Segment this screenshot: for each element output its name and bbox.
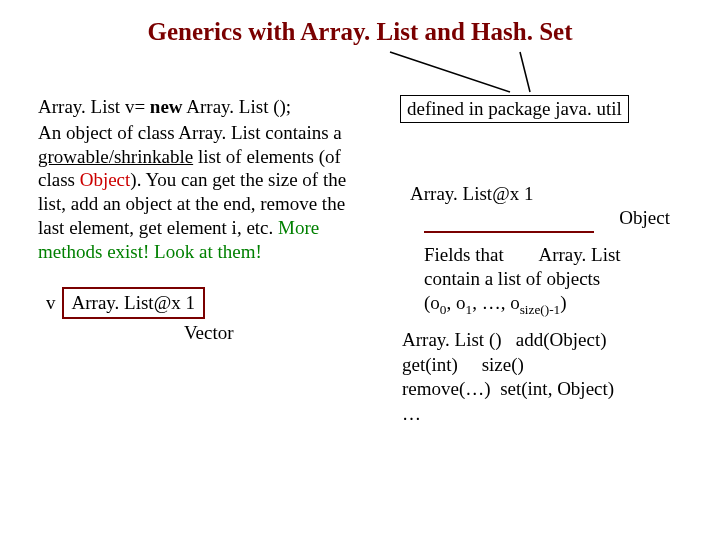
fields-a: Fields that bbox=[424, 244, 504, 265]
method-set: set(int, Object) bbox=[500, 378, 614, 399]
desc-object: Object bbox=[80, 169, 131, 190]
methods-list: Array. List () add(Object) get(int) size… bbox=[402, 328, 692, 427]
method-ctor: Array. List () bbox=[402, 329, 502, 350]
object-superclass: Object bbox=[400, 207, 670, 229]
object-header: Array. List@x 1 bbox=[410, 183, 700, 205]
seq-c1: , o bbox=[446, 292, 465, 313]
method-remove: remove(…) bbox=[402, 378, 491, 399]
pointer-arrows bbox=[380, 42, 640, 102]
code-keyword-new: new bbox=[150, 96, 183, 117]
code-declaration: Array. List v= new Array. List (); bbox=[38, 95, 348, 119]
description-paragraph: An object of class Array. List contains … bbox=[38, 121, 348, 264]
desc-a: An object of class Array. List contains … bbox=[38, 122, 342, 143]
variable-name: v bbox=[46, 291, 56, 315]
vector-label: Vector bbox=[184, 321, 348, 345]
fields-b: contain a list of objects bbox=[424, 268, 600, 289]
left-column: Array. List v= new Array. List (); An ob… bbox=[38, 95, 348, 345]
fields-description: Fields that Array. List contain a list o… bbox=[424, 243, 684, 318]
method-add: add(Object) bbox=[516, 329, 607, 350]
code-post: Array. List (); bbox=[183, 96, 292, 117]
right-column: defined in package java. util Array. Lis… bbox=[400, 95, 700, 427]
divider-line bbox=[424, 231, 594, 233]
fields-arraylist: Array. List bbox=[538, 243, 620, 267]
svg-line-1 bbox=[520, 52, 530, 92]
method-size: size() bbox=[482, 354, 524, 375]
defined-in-package-box: defined in package java. util bbox=[400, 95, 629, 123]
sub-size: size()-1 bbox=[520, 301, 561, 316]
slide-title: Generics with Array. List and Hash. Set bbox=[0, 0, 720, 46]
desc-underlined: growable/shrinkable bbox=[38, 146, 193, 167]
code-pre: Array. List v= bbox=[38, 96, 150, 117]
seq-mid: , …, o bbox=[472, 292, 520, 313]
variable-value-box: Array. List@x 1 bbox=[62, 287, 205, 319]
svg-line-0 bbox=[390, 52, 510, 92]
methods-ellipsis: … bbox=[402, 403, 421, 424]
method-get: get(int) bbox=[402, 354, 458, 375]
seq-close: ) bbox=[560, 292, 566, 313]
seq-open: (o bbox=[424, 292, 440, 313]
variable-box-row: v Array. List@x 1 bbox=[38, 287, 348, 319]
